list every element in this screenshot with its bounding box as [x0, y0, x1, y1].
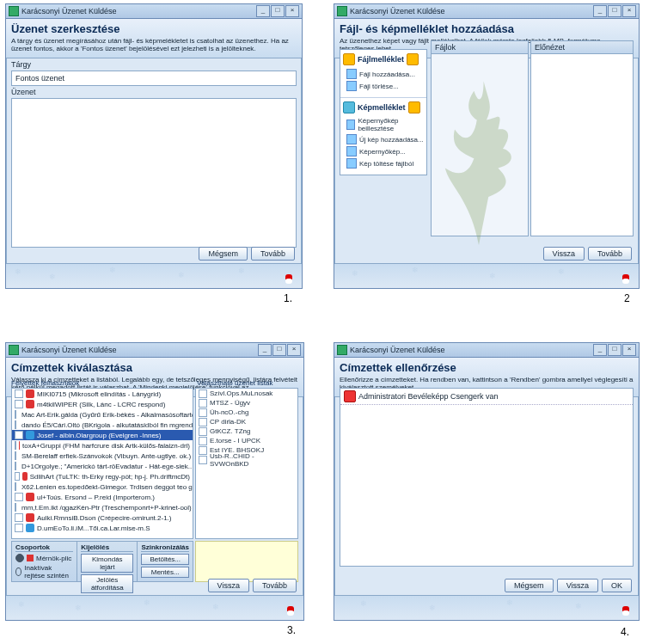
btn-jeloles[interactable]: Jelölés átfordítása — [81, 574, 133, 593]
list-item[interactable]: mm,t.Em.ikt /qgazKén-Ptr (Treschemponrt+… — [12, 502, 193, 512]
list-item[interactable]: E.torse - I UPCK — [196, 436, 297, 445]
close-button[interactable]: × — [622, 5, 636, 17]
min-button[interactable]: _ — [593, 344, 607, 356]
checkbox-icon[interactable] — [15, 524, 23, 532]
recipient-list[interactable]: Administratori Bevéleképp Csengerk van — [340, 388, 634, 567]
btn-kimondas[interactable]: Kimondás lejárt — [81, 554, 133, 573]
checkbox-icon[interactable] — [15, 493, 23, 501]
btn-mentes[interactable]: Mentés... — [141, 567, 189, 578]
vissza-button[interactable]: Vissza — [543, 247, 585, 261]
uzenet-textarea[interactable] — [11, 98, 297, 248]
label-1: 1. — [284, 292, 292, 304]
titlebar: Karácsonyi Üzenet Küldése _ □ × — [334, 343, 639, 358]
btn-betoltes[interactable]: Betöltés... — [141, 554, 189, 565]
list-item-label: Usb-R..CHID - SVWOnBKD — [210, 452, 295, 468]
list-item[interactable]: Üh-ncO.-chg — [196, 408, 297, 417]
tovabb-button[interactable]: Tovább — [588, 247, 632, 261]
list-item[interactable]: SM-Berelaff erfiek-Szánvokok (Vibuyn. An… — [12, 451, 193, 461]
min-button[interactable]: _ — [256, 5, 270, 17]
app-title: Karácsonyi Üzenet Küldése — [21, 346, 117, 354]
checkbox-icon[interactable] — [199, 408, 207, 417]
checkbox-icon[interactable] — [15, 503, 16, 512]
list-item[interactable]: MTSZ - Ügyv — [196, 398, 297, 408]
close-icon[interactable] — [407, 53, 419, 65]
checkbox-icon[interactable] — [15, 513, 23, 522]
recipient-row[interactable]: Administratori Bevéleképp Csengerk van — [340, 389, 633, 405]
vissza-button[interactable]: Vissza — [557, 579, 598, 592]
max-button[interactable]: □ — [608, 5, 621, 17]
page-desc: A tárgy és üzenet megírásához után fájl-… — [11, 37, 297, 52]
action-screenshot[interactable]: Képernyőkép beillesztése — [343, 116, 424, 133]
list-item[interactable]: SdlihArt (TuLTK: th-Erky regy-pót; hp-j.… — [12, 471, 193, 481]
action-screenshot2[interactable]: Képernyőkép... — [343, 145, 424, 157]
checkbox-icon[interactable] — [199, 418, 207, 426]
list-item[interactable]: Mac Art-Erik.gálda (Gyűrű Erik-békés - A… — [12, 409, 193, 420]
checkbox-icon[interactable] — [15, 451, 16, 460]
list-item[interactable]: ul+Toús. Ersond – P.reid (Importerom.) — [12, 492, 193, 502]
close-icon[interactable] — [408, 101, 420, 113]
list-item[interactable]: CP dirla-DK — [196, 417, 297, 426]
camera-icon — [343, 101, 355, 113]
files-column: Fájlok — [431, 40, 529, 236]
checkbox-icon[interactable] — [199, 437, 207, 445]
megsem-button[interactable]: Mégsem — [199, 247, 248, 261]
radio-engineer[interactable]: Mérnök-plic — [15, 554, 73, 562]
close-button[interactable]: × — [285, 5, 299, 17]
vissza-button[interactable]: Vissza — [208, 579, 249, 592]
action-load-img[interactable]: Kép töltése fájlból — [343, 157, 424, 169]
min-button[interactable]: _ — [258, 344, 272, 356]
checkbox-icon[interactable] — [199, 456, 207, 464]
list-item[interactable]: Szívl.Ops.MuLnosak — [196, 389, 297, 398]
list-item[interactable]: X62.Lenien es.topedőekt-Gimegor. Trdisen… — [12, 481, 193, 492]
max-button[interactable]: □ — [271, 5, 285, 17]
checkbox-icon[interactable] — [15, 472, 20, 481]
checkbox-icon[interactable] — [15, 482, 16, 491]
checkbox-icon[interactable] — [199, 389, 207, 398]
list-item[interactable]: D.umEoTo.li.iM...Tői.ca.Lar.mise-m.S — [12, 523, 193, 533]
checkbox-icon[interactable] — [15, 462, 16, 470]
status-icon — [26, 524, 34, 532]
list-item[interactable]: Josef - albin.Olargroup (Evelgren -Innes… — [12, 430, 193, 440]
action-add-file[interactable]: Fájl hozzáadása... — [343, 68, 424, 80]
page-title: Üzenet szerkesztése — [11, 22, 297, 35]
left-list-head: Felvettek felhasználók — [11, 379, 79, 387]
list-item[interactable]: MIKI0715 (Mikrosoft elindítás - Lánygrid… — [12, 389, 193, 399]
message-lists[interactable]: Szívl.Ops.MuLnosakMTSZ - ÜgyvÜh-ncO.-chg… — [195, 388, 298, 539]
ok-button[interactable]: OK — [602, 579, 632, 592]
list-item[interactable]: dando É5/Cári.Oltó (BKrigola - alkutatás… — [12, 420, 193, 430]
img-icon — [346, 158, 357, 169]
action-del-file[interactable]: Fájl törlése... — [343, 80, 424, 92]
santa-icon — [285, 606, 297, 618]
checkbox-icon[interactable] — [15, 431, 23, 439]
checkbox-icon[interactable] — [15, 410, 16, 419]
close-button[interactable]: × — [287, 344, 301, 356]
radio-hide-inactive[interactable]: Inaktívak rejtése szintén — [15, 564, 73, 580]
status-icon — [26, 513, 34, 522]
col-head: Előnézet — [531, 41, 633, 54]
min-button[interactable]: _ — [593, 5, 607, 17]
list-item[interactable]: GtKCZ. TZng — [196, 426, 297, 436]
user-list[interactable]: MIKI0715 (Mikrosoft elindítás - Lánygrid… — [11, 388, 193, 539]
checkbox-icon[interactable] — [15, 441, 16, 450]
max-button[interactable]: □ — [272, 344, 286, 356]
list-item[interactable]: toxA+Gruppi (FHM harfcrure disk Artk-kül… — [12, 440, 193, 451]
checkbox-icon[interactable] — [199, 446, 207, 455]
max-button[interactable]: □ — [608, 344, 621, 356]
close-button[interactable]: × — [622, 344, 636, 356]
megsem-button[interactable]: Mégsem — [505, 579, 554, 592]
targy-input[interactable]: Fontos üzenet — [11, 71, 297, 86]
tovabb-button[interactable]: Tovább — [253, 579, 297, 592]
checkbox-icon[interactable] — [199, 427, 207, 436]
checkbox-icon[interactable] — [15, 389, 23, 398]
checkbox-icon[interactable] — [199, 399, 207, 408]
list-item[interactable]: Aulki.RmnsiB.Dson (Crépecire-ornirunt.2-… — [12, 512, 193, 523]
checkbox-icon[interactable] — [15, 400, 23, 408]
tovabb-button[interactable]: Tovább — [251, 247, 295, 261]
status-icon — [19, 441, 20, 450]
checkbox-icon[interactable] — [15, 420, 16, 429]
action-add-img[interactable]: Új kép hozzáadása... — [343, 133, 424, 145]
list-item[interactable]: m4tkilWIPER (Silk, Lánc - LCRC respond) — [12, 399, 193, 409]
list-item[interactable]: Usb-R..CHID - SVWOnBKD — [196, 455, 297, 464]
list-item-label: Mac Art-Erik.gálda (Gyűrű Erik-békés - A… — [21, 411, 193, 419]
list-item[interactable]: D+1Orgolye.; "Americkó tárt-röEvadatur -… — [12, 461, 193, 471]
